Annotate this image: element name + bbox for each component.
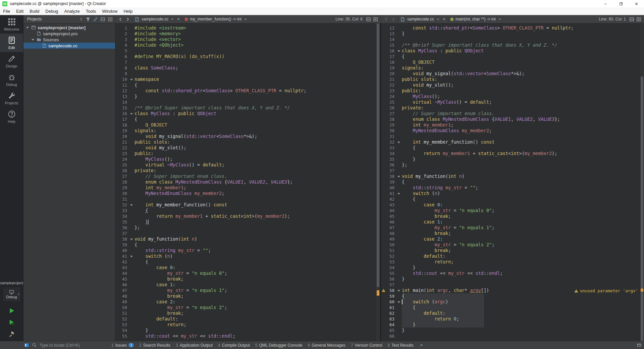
- code-line[interactable]: 46 case 1:: [115, 282, 380, 288]
- fold-arrow-icon[interactable]: [396, 288, 402, 293]
- code-line[interactable]: 43 case 0:: [115, 265, 380, 270]
- code-line[interactable]: 31: [381, 134, 644, 139]
- code-line[interactable]: 29 int my_member1;: [115, 185, 380, 191]
- code-line[interactable]: 40 std::string my_str = "";: [115, 248, 380, 253]
- editor-pane-right[interactable]: 12 const std::shared_ptr<SomeClass> OTHE…: [381, 23, 644, 341]
- code-line[interactable]: 66: [381, 333, 644, 339]
- code-line[interactable]: 54 }: [115, 328, 380, 333]
- code-line[interactable]: 1#include <iostream>: [115, 25, 380, 31]
- mode-projects[interactable]: Projects: [0, 89, 23, 107]
- split-editor-icon[interactable]: [629, 17, 634, 22]
- output-pane-button-general-messages[interactable]: 6General Messages: [308, 343, 345, 348]
- go-forward-icon[interactable]: [125, 17, 130, 22]
- code-line[interactable]: 42 {: [381, 196, 644, 202]
- open-document-selector[interactable]: samplecode.cc: [407, 17, 434, 21]
- menu-build[interactable]: Build: [26, 7, 42, 15]
- code-line[interactable]: 6#define MY_MACRO(x) (do_stuff(x)): [115, 54, 380, 59]
- code-line[interactable]: 57: [381, 282, 644, 288]
- code-line[interactable]: 11{: [115, 82, 380, 88]
- code-line[interactable]: 19signals:: [115, 128, 380, 134]
- editor-pane-left[interactable]: 1#include <iostream>2#include <memory>3#…: [115, 23, 380, 341]
- code-line[interactable]: 36};: [115, 225, 380, 231]
- code-line[interactable]: 45 break;: [115, 276, 380, 282]
- code-line[interactable]: 36};: [381, 162, 644, 168]
- fold-arrow-icon[interactable]: [396, 48, 402, 54]
- code-line[interactable]: 24 MyClass();: [115, 156, 380, 162]
- chevron-down-icon[interactable]: [436, 17, 440, 21]
- tree-item-sources[interactable]: Sources: [23, 37, 115, 43]
- code-line[interactable]: 3#include <vector>: [115, 37, 380, 42]
- code-line[interactable]: 63 return 0;: [381, 316, 644, 322]
- mode-debug[interactable]: Debug: [0, 70, 23, 89]
- code-line[interactable]: 49 case 2:: [115, 299, 380, 305]
- fold-arrow-icon[interactable]: [129, 236, 135, 242]
- menu-window[interactable]: Window: [99, 7, 120, 15]
- go-back-icon[interactable]: [384, 17, 389, 22]
- close-button[interactable]: [629, 0, 644, 7]
- code-line[interactable]: 28 enum class MyNestedEnumClass {VALUE1,…: [381, 116, 644, 122]
- tree-item-sampleproject-master-[interactable]: sampleproject [master]: [23, 24, 115, 31]
- expand-output-pane-icon[interactable]: [419, 343, 424, 348]
- expand-arrow-icon[interactable]: [25, 24, 30, 31]
- code-line[interactable]: 29 int my_member1;: [381, 122, 644, 128]
- code-line[interactable]: 34 return my_member1 + static_cast<int>(…: [381, 151, 644, 156]
- go-back-icon[interactable]: [118, 17, 123, 22]
- code-line[interactable]: 10namespace: [115, 77, 380, 82]
- output-pane-button-qml-debugger-console[interactable]: 5QML Debugger Console: [255, 343, 303, 348]
- code-line[interactable]: 2#include <memory>: [115, 31, 380, 37]
- code-line[interactable]: 61 {: [381, 305, 644, 310]
- code-line[interactable]: 51 break;: [381, 248, 644, 253]
- code-line[interactable]: 31: [115, 196, 380, 202]
- kit-selector-button[interactable]: Debug: [2, 287, 21, 302]
- code-line[interactable]: 17{: [115, 116, 380, 122]
- run-icon[interactable]: [8, 307, 15, 314]
- code-line[interactable]: 49 case 2:: [381, 236, 644, 242]
- code-line[interactable]: 47 my_str = "n equals 1";: [115, 288, 380, 293]
- split-sidebar-icon[interactable]: [100, 17, 105, 22]
- kit-popup-arrow-icon[interactable]: [17, 293, 20, 296]
- fold-arrow-icon[interactable]: [396, 191, 402, 196]
- build-icon[interactable]: [8, 331, 15, 338]
- tree-item-sampleproject-pro[interactable]: sampleproject.pro: [23, 31, 115, 37]
- expand-arrow-icon[interactable]: [31, 37, 35, 43]
- code-line[interactable]: 32 int my_member_function() const: [381, 139, 644, 145]
- mode-design[interactable]: Design: [0, 52, 23, 70]
- code-line[interactable]: 12 const std::shared_ptr<SomeClass> OTHE…: [115, 88, 380, 94]
- fold-arrow-icon[interactable]: [129, 77, 135, 82]
- code-line[interactable]: 62 default:: [381, 310, 644, 316]
- filter-icon[interactable]: [86, 17, 91, 22]
- code-line[interactable]: 27 // Super important enum class.: [381, 111, 644, 116]
- output-pane-button-search-results[interactable]: 2Search Results: [139, 343, 170, 348]
- code-line[interactable]: 8class SomeClass;: [115, 65, 380, 71]
- code-line[interactable]: 53 return;: [381, 259, 644, 265]
- code-line[interactable]: 58int main(int argc, char* argv[])unused…: [381, 288, 644, 293]
- code-line[interactable]: 55 std::cout << my_str << std::endl;: [381, 270, 644, 276]
- code-line[interactable]: 20 void my_signal(std::vector<SomeClass*…: [381, 71, 644, 77]
- close-split-icon[interactable]: [373, 17, 378, 22]
- close-document-icon[interactable]: [176, 17, 180, 21]
- line-column-indicator[interactable]: Line: 60, Col: 1: [599, 17, 626, 21]
- line-column-indicator[interactable]: Line: 35, Col: 6: [335, 17, 363, 21]
- mode-help[interactable]: Help: [0, 107, 23, 126]
- maximize-button[interactable]: [613, 0, 629, 7]
- code-line[interactable]: 13}: [115, 94, 380, 99]
- code-line[interactable]: 40 std::string my_str = "";: [381, 185, 644, 191]
- code-line[interactable]: 64 }: [381, 322, 644, 328]
- code-line[interactable]: 14: [115, 99, 380, 105]
- code-line[interactable]: 33 {: [381, 145, 644, 151]
- code-line[interactable]: 26private:: [115, 168, 380, 173]
- menu-analyze[interactable]: Analyze: [61, 7, 83, 15]
- output-pane-button-application-output[interactable]: 3Application Output: [176, 343, 213, 348]
- code-line[interactable]: 27 // Super important enum class.: [115, 173, 380, 179]
- code-line[interactable]: 48 break;: [381, 231, 644, 236]
- mode-edit[interactable]: Edit: [0, 34, 23, 52]
- code-line[interactable]: 7: [115, 59, 380, 65]
- output-pane-button-compile-output[interactable]: 4Compile Output: [218, 343, 250, 348]
- open-document-selector[interactable]: samplecode.cc: [142, 17, 168, 21]
- code-line[interactable]: 44 my_str = "n equals 0";: [381, 208, 644, 213]
- code-line[interactable]: 4#include <QObject>: [115, 42, 380, 48]
- code-line[interactable]: 19signals:: [381, 65, 644, 71]
- code-line[interactable]: 15/** @brief Super important class that …: [115, 105, 380, 111]
- code-line[interactable]: 41 switch (n): [381, 191, 644, 196]
- code-line[interactable]: 21public slots:: [381, 77, 644, 82]
